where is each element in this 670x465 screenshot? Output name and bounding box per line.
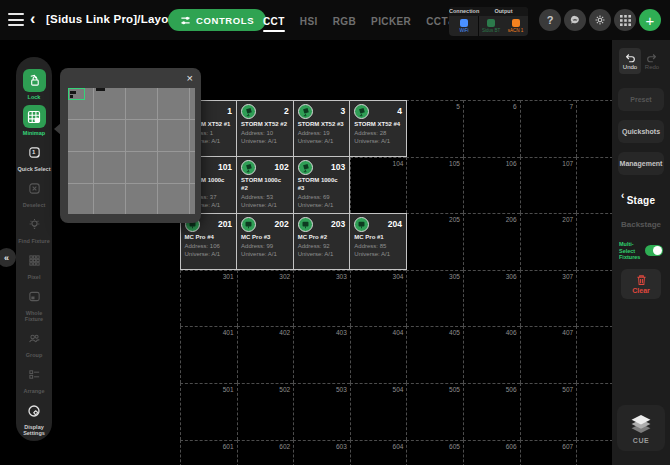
stage-selector[interactable]: ‹ Stage	[618, 190, 664, 208]
grid-cell[interactable]: 404	[350, 326, 407, 383]
grid-cell[interactable]: 407	[520, 326, 577, 383]
grid-cell[interactable]: 105	[406, 157, 463, 214]
grid-cell[interactable]: 502	[237, 383, 294, 440]
grid-cell[interactable]: 606	[463, 440, 520, 465]
grid-cell[interactable]: 304	[350, 270, 407, 327]
grid-cell[interactable]: 405	[406, 326, 463, 383]
grid-cell[interactable]: 607	[520, 440, 577, 465]
quickshots-button[interactable]: Quickshots	[618, 120, 664, 143]
grid-cell[interactable]: 507	[520, 383, 577, 440]
fixture-tile[interactable]: 203 MC Pro #2 Address: 92 Universe: A/1	[293, 213, 351, 271]
clear-button[interactable]: Clear	[621, 269, 661, 299]
grid-cell[interactable]	[576, 440, 613, 465]
grid-cell[interactable]: 601	[180, 440, 237, 465]
sidebar-item-find-fixture[interactable]: Find Fixture	[17, 213, 51, 244]
grid-cell[interactable]: 104	[350, 157, 407, 214]
tab-picker[interactable]: PICKER	[371, 2, 411, 39]
tab-hsi[interactable]: HSI	[300, 2, 318, 39]
sidebar-item-display-settings[interactable]: Display Settings	[17, 399, 51, 436]
tab-rgb[interactable]: RGB	[333, 2, 356, 39]
minimap-viewport[interactable]	[68, 88, 85, 100]
grid-cell[interactable]	[576, 383, 613, 440]
grid-cell[interactable]: 501	[180, 383, 237, 440]
grid-cell[interactable]	[576, 213, 613, 270]
minimap-grid[interactable]	[68, 88, 195, 214]
fixture-tile[interactable]: 204 MC Pro #1 Address: 85 Universe: A/1	[349, 213, 407, 271]
connection-wifi[interactable]: WiFi	[449, 16, 479, 36]
backstage-option[interactable]: Backstage	[618, 220, 664, 229]
back-chevron-icon[interactable]: ‹	[30, 8, 35, 30]
sidebar-item-minimap[interactable]: Minimap	[17, 105, 51, 136]
grid-cell[interactable]	[576, 270, 613, 327]
add-button[interactable]: +	[639, 9, 661, 31]
output-sidus-bt[interactable]: Sidus BT	[479, 16, 504, 36]
tab-cct[interactable]: CCT	[263, 2, 285, 39]
fixture-tile[interactable]: 4 STORM XT52 #4 Address: 28 Universe: A/…	[349, 100, 407, 158]
sidebar-item-whole-fixture[interactable]: Whole Fixture	[17, 285, 51, 322]
sidebar-item-pixel[interactable]: Pixel	[17, 249, 51, 280]
grid-cell[interactable]: 402	[237, 326, 294, 383]
grid-cell[interactable]: 503	[293, 383, 350, 440]
fixture-icon	[241, 217, 256, 232]
grid-cell[interactable]	[576, 326, 613, 383]
output-sacn[interactable]: sACN 1	[504, 16, 529, 36]
grid-cell[interactable]: 7	[520, 100, 577, 157]
undo-button[interactable]: Undo	[619, 48, 641, 74]
canvas-grid[interactable]: 1234567101102103104105106107201202203204…	[180, 100, 613, 465]
multi-select-toggle[interactable]	[645, 245, 663, 256]
sidebar-item-group[interactable]: Group	[17, 327, 51, 358]
fixture-tile[interactable]: 102 STORM 1000c #2 Address: 53 Universe:…	[236, 156, 294, 214]
sidebar-item-arrange[interactable]: Arrange	[17, 363, 51, 394]
grid-cell[interactable]: 106	[463, 157, 520, 214]
grid-cell[interactable]: 303	[293, 270, 350, 327]
grid-cell[interactable]: 5	[406, 100, 463, 157]
fixture-tile[interactable]: 103 STORM 1000c #3 Address: 69 Universe:…	[293, 156, 351, 214]
help-button[interactable]: ?	[539, 9, 561, 31]
sidebar-item-lock[interactable]: Lock	[17, 69, 51, 100]
management-button[interactable]: Management	[618, 152, 664, 175]
grid-cell[interactable]: 306	[463, 270, 520, 327]
preset-button[interactable]: Preset	[618, 88, 664, 111]
multi-select-row: Multi-Select Fixtures	[618, 241, 664, 261]
grid-cell[interactable]: 505	[406, 383, 463, 440]
grid-cell[interactable]: 305	[406, 270, 463, 327]
grid-cell[interactable]: 603	[293, 440, 350, 465]
grid-cell[interactable]: 504	[350, 383, 407, 440]
grid-cell[interactable]	[576, 100, 613, 157]
grid-cell[interactable]: 205	[406, 213, 463, 270]
grid-cell[interactable]	[576, 157, 613, 214]
apps-button[interactable]	[614, 9, 636, 31]
controls-button[interactable]: CONTROLS	[168, 9, 266, 31]
grid-cell[interactable]: 207	[520, 213, 577, 270]
sidebar-collapse-button[interactable]: «	[0, 248, 16, 267]
grid-cell[interactable]: 301	[180, 270, 237, 327]
grid-cell[interactable]: 302	[237, 270, 294, 327]
grid-cell[interactable]: 307	[520, 270, 577, 327]
grid-cell[interactable]: 206	[463, 213, 520, 270]
sidebar-item-quick-select[interactable]: 1 Quick Select	[17, 141, 51, 172]
grid-cell[interactable]: 602	[237, 440, 294, 465]
close-icon[interactable]: ×	[187, 72, 193, 84]
fixture-tile[interactable]: 202 MC Pro #3 Address: 99 Universe: A/1	[236, 213, 294, 271]
grid-cell-label: 606	[506, 443, 517, 450]
grid-cell-label: 5	[456, 103, 460, 110]
cue-button[interactable]: CUE	[617, 405, 665, 451]
fixture-tile[interactable]: 3 STORM XT52 #3 Address: 19 Universe: A/…	[293, 100, 351, 158]
lock-icon	[23, 69, 46, 92]
fixture-tile[interactable]: 2 STORM XT52 #2 Address: 10 Universe: A/…	[236, 100, 294, 158]
grid-cell[interactable]: 406	[463, 326, 520, 383]
grid-cell[interactable]: 401	[180, 326, 237, 383]
feedback-button[interactable]	[564, 9, 586, 31]
fixture-address: Address: 99	[241, 243, 289, 249]
grid-cell[interactable]: 107	[520, 157, 577, 214]
grid-cell[interactable]: 506	[463, 383, 520, 440]
grid-cell[interactable]: 605	[406, 440, 463, 465]
grid-cell[interactable]: 403	[293, 326, 350, 383]
sidebar-item-deselect[interactable]: Deselect	[17, 177, 51, 208]
settings-button[interactable]	[589, 9, 611, 31]
grid-cell[interactable]: 604	[350, 440, 407, 465]
fixture-address: Address: 53	[241, 194, 289, 200]
grid-cell[interactable]: 6	[463, 100, 520, 157]
redo-button[interactable]: Redo	[641, 48, 663, 74]
hamburger-menu-icon[interactable]	[8, 13, 24, 26]
